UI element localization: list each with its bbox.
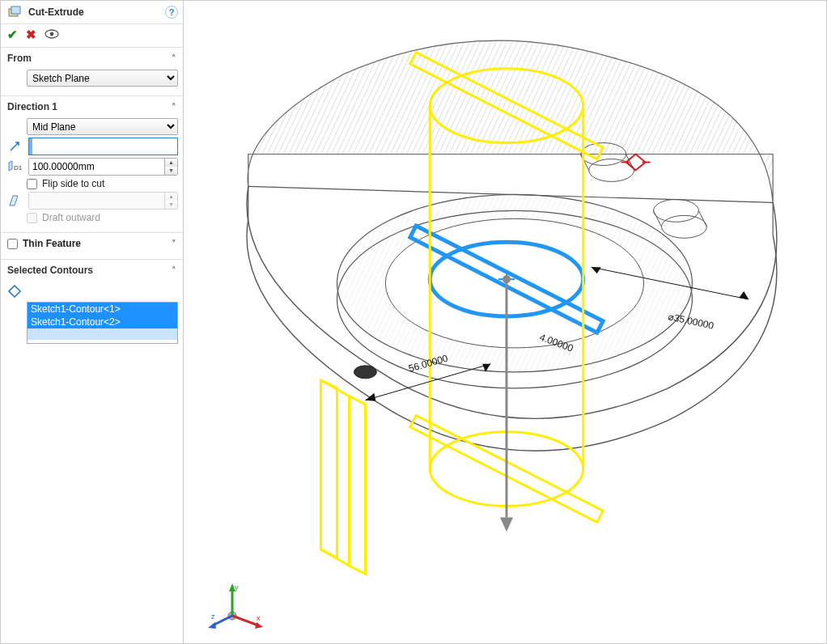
direction1-end-condition-select[interactable]: Mid Plane xyxy=(27,118,178,135)
contour-icon xyxy=(6,283,23,299)
triad-z-label: z xyxy=(211,612,215,621)
triad-x-label: x xyxy=(257,614,261,622)
svg-marker-37 xyxy=(500,517,513,532)
model-canvas[interactable]: ⌀35.00000 4.00000 56.00000 xyxy=(184,1,826,643)
property-manager-panel: Cut-Extrude ? ✔ ✖ From ˄ Sketch Plane xyxy=(1,1,184,643)
svg-marker-41 xyxy=(739,291,749,299)
flip-side-checkbox[interactable]: Flip side to cut xyxy=(27,178,104,189)
svg-point-3 xyxy=(50,32,54,36)
draft-spin-down: ▼ xyxy=(165,201,177,209)
svg-marker-52 xyxy=(255,622,263,629)
section-direction1-header[interactable]: Direction 1 ˄ xyxy=(6,100,178,116)
help-icon[interactable]: ? xyxy=(165,6,178,19)
section-from-header[interactable]: From ˄ xyxy=(6,51,178,67)
thin-feature-label: Thin Feature xyxy=(23,238,81,249)
section-selected-contours: Selected Contours ˄ Sketch1-Contour<1> S… xyxy=(1,260,183,350)
graphics-viewport[interactable]: ⌀35.00000 4.00000 56.00000 xyxy=(184,1,826,643)
section-selected-contours-header[interactable]: Selected Contours ˄ xyxy=(6,263,178,279)
svg-marker-33 xyxy=(321,380,337,557)
list-blank-row[interactable] xyxy=(28,328,177,340)
flip-side-label: Flip side to cut xyxy=(42,178,104,189)
list-item[interactable]: Sketch1-Contour<2> xyxy=(28,316,177,328)
depth-spin-down[interactable]: ▼ xyxy=(165,167,177,175)
hole-feature xyxy=(354,366,376,379)
triad-y-label: y xyxy=(235,583,239,591)
flip-side-input[interactable] xyxy=(27,179,37,189)
section-direction1: Direction 1 ˄ Mid Plane D1 xyxy=(1,96,183,233)
dim-diameter-value: 35.00000 xyxy=(673,312,715,332)
draft-icon[interactable] xyxy=(6,193,23,209)
svg-line-53 xyxy=(213,616,232,625)
svg-line-34 xyxy=(321,380,350,396)
section-from: From ˄ Sketch Plane xyxy=(1,48,183,96)
section-from-label: From xyxy=(7,53,32,64)
draft-outward-input xyxy=(27,213,37,223)
draft-outward-checkbox: Draft outward xyxy=(27,212,100,223)
draft-angle-input xyxy=(29,193,164,209)
section-thin-feature: Thin Feature ˅ xyxy=(1,233,183,260)
svg-line-35 xyxy=(321,549,350,566)
ok-button[interactable]: ✔ xyxy=(7,28,18,42)
svg-marker-54 xyxy=(208,622,216,629)
draft-angle-spinbox: ▲ ▼ xyxy=(28,192,178,210)
boss-2 xyxy=(654,199,707,238)
chevron-up-icon: ˄ xyxy=(172,53,176,64)
pm-title: Cut-Extrude xyxy=(28,6,160,18)
from-start-condition-select[interactable]: Sketch Plane xyxy=(27,70,178,87)
chevron-up-icon: ˄ xyxy=(172,265,176,276)
list-item[interactable]: Sketch1-Contour<1> xyxy=(28,303,177,316)
svg-marker-45 xyxy=(365,393,375,401)
section-thin-feature-header[interactable]: Thin Feature ˅ xyxy=(6,236,178,252)
reverse-direction-icon[interactable] xyxy=(6,138,23,155)
svg-line-44 xyxy=(365,364,490,400)
draft-outward-label: Draft outward xyxy=(42,212,100,223)
svg-rect-1 xyxy=(11,6,20,14)
depth-icon: D1 xyxy=(6,159,23,175)
svg-point-17 xyxy=(662,215,707,238)
svg-marker-32 xyxy=(349,396,365,574)
depth-spinbox[interactable]: ▲ ▼ xyxy=(28,158,178,176)
cut-extrude-icon xyxy=(6,4,23,20)
svg-text:D1: D1 xyxy=(14,164,22,172)
orientation-triad[interactable]: y x z xyxy=(208,582,265,630)
svg-point-9 xyxy=(385,218,643,348)
selected-contours-list[interactable]: Sketch1-Contour<1> Sketch1-Contour<2> xyxy=(27,302,178,344)
thin-feature-checkbox[interactable]: Thin Feature xyxy=(7,238,81,249)
draft-spin-up: ▲ xyxy=(165,193,177,201)
svg-text:⌀35.00000: ⌀35.00000 xyxy=(668,311,715,332)
depth-spin-up[interactable]: ▲ xyxy=(165,159,177,167)
cancel-button[interactable]: ✖ xyxy=(26,28,36,42)
pm-actions-bar: ✔ ✖ xyxy=(1,24,183,48)
preview-toggle[interactable] xyxy=(45,28,59,41)
chevron-up-icon: ˄ xyxy=(172,102,176,112)
selected-contours-label: Selected Contours xyxy=(7,265,93,276)
direction-vector-field[interactable] xyxy=(28,138,178,155)
section-direction1-label: Direction 1 xyxy=(7,101,57,112)
svg-point-16 xyxy=(654,199,699,222)
svg-line-51 xyxy=(232,616,258,625)
svg-point-38 xyxy=(503,275,511,283)
thin-feature-input[interactable] xyxy=(7,239,18,249)
pm-header: Cut-Extrude ? xyxy=(1,1,183,24)
chevron-down-icon: ˅ xyxy=(172,239,176,249)
depth-input[interactable] xyxy=(29,159,164,175)
